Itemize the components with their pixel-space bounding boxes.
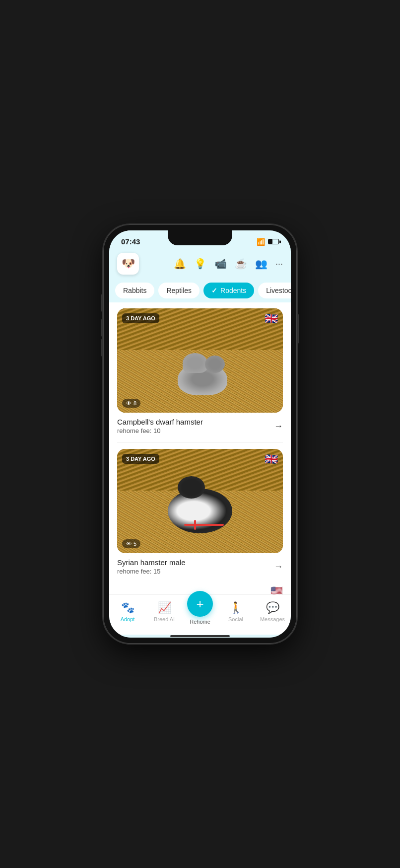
adopt-label: Adopt	[121, 616, 135, 622]
us-flag: 🇺🇸	[270, 585, 283, 594]
rehome-button[interactable]: +	[187, 591, 213, 617]
logo-emoji: 🐶	[122, 257, 135, 270]
listing-flag-2: 🇬🇧	[265, 454, 278, 465]
tab-reptiles[interactable]: Reptiles	[158, 283, 200, 298]
category-tabs: Rabbits Reptiles Rodents Livestock P...	[109, 279, 291, 302]
hamster-harness	[184, 524, 224, 526]
listing-arrow-1[interactable]: →	[274, 421, 283, 432]
battery-icon	[268, 239, 279, 244]
listing-flag-1: 🇬🇧	[265, 313, 278, 324]
wifi-icon: 📶	[257, 238, 265, 246]
bottom-nav: 🐾 Adopt 📈 Breed AI + Rehome 🚶 Social 💬 M…	[109, 594, 291, 635]
listing-fee-1: rehome fee: 10	[117, 427, 203, 434]
listing-name-2: Syrian hamster male	[117, 558, 186, 567]
camera-icon[interactable]: 📹	[214, 258, 227, 270]
hamster1-image	[117, 308, 283, 413]
listing-image-2[interactable]: 3 DAY AGO 🇬🇧 👁 5	[117, 449, 283, 553]
status-time: 07:43	[121, 237, 140, 246]
listing-age-badge-1: 3 DAY AGO	[122, 313, 159, 323]
phone-screen: 07:43 📶 🐶 🔔 💡 📹 ☕ 👥 ···	[109, 230, 291, 638]
cup-icon[interactable]: ☕	[235, 258, 247, 270]
listing-info-2: Syrian hamster male rehome fee: 15 →	[117, 558, 283, 575]
content-area[interactable]: 3 DAY AGO 🇬🇧 👁 8 Campbell's dwarf hamste…	[109, 302, 291, 594]
more-icon[interactable]: ···	[275, 259, 283, 269]
eye-icon: 👁	[126, 400, 132, 406]
rehome-plus-icon: +	[196, 596, 203, 612]
nav-messages[interactable]: 💬 Messages	[259, 601, 286, 622]
hamster2-image	[117, 449, 283, 553]
eye-icon-2: 👁	[126, 541, 132, 547]
people-icon[interactable]: 👥	[255, 258, 267, 270]
us-flag-row: 🇺🇸	[109, 583, 291, 594]
listing-details-2: Syrian hamster male rehome fee: 15	[117, 558, 186, 575]
listing-details-1: Campbell's dwarf hamster rehome fee: 10	[117, 418, 203, 434]
bell-icon[interactable]: 🔔	[174, 258, 186, 270]
social-icon: 🚶	[229, 601, 243, 614]
nav-rehome[interactable]: + Rehome	[187, 599, 213, 625]
listing-info-1: Campbell's dwarf hamster rehome fee: 10 …	[117, 418, 283, 434]
breed-ai-icon: 📈	[158, 601, 171, 614]
home-bar	[170, 635, 230, 637]
listing-card-1[interactable]: 3 DAY AGO 🇬🇧 👁 8 Campbell's dwarf hamste…	[109, 302, 291, 442]
filter-section: 🇺🇸 Select Breed ▼ world > > Rodents 🔍	[109, 583, 291, 594]
messages-label: Messages	[260, 616, 285, 622]
nav-breed-ai[interactable]: 📈 Breed AI	[150, 601, 178, 622]
social-label: Social	[228, 616, 243, 622]
listing-views-1: 👁 8	[122, 399, 140, 408]
app-header: 🐶 🔔 💡 📹 ☕ 👥 ···	[109, 249, 291, 279]
home-indicator	[109, 635, 291, 638]
notch	[168, 230, 232, 245]
status-icons: 📶	[257, 238, 279, 246]
listing-fee-2: rehome fee: 15	[117, 568, 186, 575]
listing-name-1: Campbell's dwarf hamster	[117, 418, 203, 426]
listing-views-2: 👁 5	[122, 539, 140, 548]
rehome-label: Rehome	[190, 619, 210, 625]
nav-adopt[interactable]: 🐾 Adopt	[114, 601, 141, 622]
phone-frame: 07:43 📶 🐶 🔔 💡 📹 ☕ 👥 ···	[103, 224, 297, 644]
messages-icon: 💬	[266, 601, 279, 614]
header-icons: 🔔 💡 📹 ☕ 👥 ···	[174, 258, 283, 270]
bulb-icon[interactable]: 💡	[194, 258, 206, 270]
hamster2-animal	[168, 489, 232, 533]
tab-livestock[interactable]: Livestock	[258, 283, 291, 298]
listing-age-badge-2: 3 DAY AGO	[122, 454, 159, 464]
hamster1-animal	[178, 363, 227, 395]
app-logo: 🐶	[117, 253, 139, 275]
listing-image-1[interactable]: 3 DAY AGO 🇬🇧 👁 8	[117, 308, 283, 413]
tab-rabbits[interactable]: Rabbits	[115, 283, 154, 298]
nav-social[interactable]: 🚶 Social	[222, 601, 250, 622]
breed-ai-label: Breed AI	[154, 616, 175, 622]
adopt-icon: 🐾	[121, 601, 134, 614]
listing-arrow-2[interactable]: →	[274, 562, 283, 572]
listing-card-2[interactable]: 3 DAY AGO 🇬🇧 👁 5 Syrian hamster male reh…	[109, 443, 291, 583]
tab-rodents[interactable]: Rodents	[203, 283, 254, 298]
